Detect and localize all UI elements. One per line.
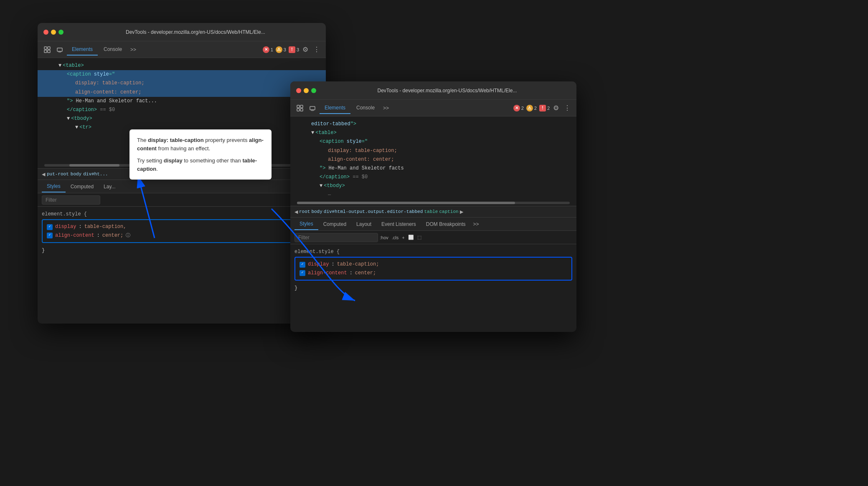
minimize-button-front[interactable] [304, 88, 309, 93]
breadcrumb-front: ◀ root body div#html-output.output.edito… [290, 206, 576, 218]
css-prop-value-align-back: center; [102, 231, 123, 240]
filter-input-back[interactable] [42, 195, 100, 205]
scrollbar-thumb-front[interactable] [297, 202, 515, 204]
maximize-button-front[interactable] [311, 88, 316, 93]
more-icon-front[interactable]: ⋮ [562, 102, 572, 114]
add-rule-button[interactable]: + [400, 234, 406, 241]
sub-tab-event-listeners[interactable]: Event Listeners [376, 219, 421, 230]
close-button-front[interactable] [296, 88, 301, 93]
breadcrumb-root[interactable]: root [299, 209, 310, 214]
html-line: display: table-caption; [38, 79, 326, 88]
svg-rect-1 [44, 50, 47, 53]
html-line-front: editor-tabbed"> [290, 120, 576, 129]
cls-button[interactable]: .cls [390, 234, 401, 241]
sub-tab-layout-front[interactable]: Layout [351, 219, 376, 230]
warn-icon-front: ⚠ [526, 105, 533, 111]
scrollbar-thumb-back[interactable] [69, 164, 119, 167]
info-icon-front: ! [539, 105, 546, 111]
error-icon-front: ✕ [513, 105, 520, 111]
sub-tab-styles-front[interactable]: Styles [294, 218, 318, 230]
settings-icon-front[interactable]: ⚙ [551, 102, 561, 114]
css-checkbox-display-front[interactable] [299, 262, 305, 268]
tooltip-line1: The display: table-caption property prev… [137, 136, 264, 152]
breadcrumb-forward-arrow-front[interactable]: ▶ [460, 209, 463, 215]
tab-more-front[interactable]: >> [381, 104, 391, 113]
html-line-front: </caption> == $0 [290, 173, 576, 182]
devtools-window-front: DevTools - developer.mozilla.org/en-US/d… [290, 81, 576, 332]
tab-elements-front[interactable]: Elements [320, 102, 350, 114]
html-line-front: — [290, 191, 576, 200]
device-icon-front[interactable] [307, 103, 318, 114]
sub-tab-computed-front[interactable]: Computed [318, 219, 351, 230]
tab-console-back[interactable]: Console [99, 44, 127, 56]
settings-icon-back[interactable]: ⚙ [301, 44, 310, 55]
breadcrumb-caption[interactable]: caption [439, 209, 458, 214]
breadcrumb-put-root[interactable]: put-root [47, 172, 69, 177]
tab-console-front[interactable]: Console [351, 102, 380, 114]
html-line-front: ▼<table> [290, 129, 576, 137]
tooltip-box: The display: table-caption property prev… [129, 129, 272, 180]
badge-group-front: ✕ 2 ⚠ 2 ! 2 [513, 105, 550, 111]
breadcrumb-body-front[interactable]: body [311, 209, 322, 214]
html-line-front: <caption style=" [290, 137, 576, 146]
css-rule-block-front: display : table-caption; align-content :… [294, 257, 572, 281]
tab-more-back[interactable]: >> [128, 45, 139, 54]
badge-error-back: ✕ 1 [263, 46, 273, 53]
breadcrumb-div-output[interactable]: div#html-output.output.editor-tabbed [324, 209, 423, 214]
html-line: align-content: center; [38, 88, 326, 97]
badge-warn-back: ⚠ 3 [276, 46, 286, 53]
css-prop-name-display-back: display [55, 223, 76, 231]
css-prop-value-display-back: table-caption, [84, 223, 127, 231]
breadcrumb-back-arrow-front[interactable]: ◀ [294, 209, 298, 215]
css-checkbox-align-front[interactable] [299, 270, 305, 276]
css-prop-display-front: display : table-caption; [299, 260, 567, 268]
window-title-front: DevTools - developer.mozilla.org/en-US/d… [324, 88, 571, 94]
toolbar-front: Elements Console >> ✕ 2 ⚠ 2 ! 2 ⚙ ⋮ [290, 100, 576, 116]
close-button[interactable] [43, 30, 48, 35]
sub-tab-dom-breakpoints[interactable]: DOM Breakpoints [421, 219, 471, 230]
more-icon-back[interactable]: ⋮ [312, 44, 322, 55]
badge-warn-front: ⚠ 2 [526, 105, 537, 111]
css-rule-block-back: display : table-caption, align-content :… [42, 219, 322, 243]
css-prop-value-display-front: table-caption; [337, 260, 379, 268]
inspect-icon-front[interactable] [294, 103, 305, 114]
badge-error-front: ✕ 2 [513, 105, 524, 111]
css-prop-name-align-back: align-content [55, 231, 94, 240]
svg-rect-10 [310, 106, 315, 110]
html-line-front: align-content: center; [290, 155, 576, 164]
toggle-view-button[interactable]: ⬜ [406, 234, 416, 241]
error-icon-back: ✕ [263, 46, 269, 53]
css-close-brace-front: } [294, 284, 572, 292]
breadcrumb-body[interactable]: body [71, 172, 81, 177]
css-close-brace-back: } [42, 246, 322, 255]
minimize-button[interactable] [51, 30, 56, 35]
css-checkbox-align-back[interactable] [47, 233, 53, 238]
warn-icon-back: ⚠ [276, 46, 282, 53]
maximize-button[interactable] [58, 30, 63, 35]
breadcrumb-div[interactable]: div#ht... [83, 172, 108, 177]
sub-tab-layout-back[interactable]: Lay... [99, 181, 120, 192]
css-checkbox-display-back[interactable] [47, 224, 53, 230]
scrollbar-track-front[interactable] [297, 202, 570, 204]
inspect-mode-button[interactable]: ⬚ [416, 234, 423, 241]
sub-tab-styles-back[interactable]: Styles [42, 181, 66, 192]
html-line-front: "> He-Man and Skeletor facts [290, 164, 576, 173]
svg-rect-2 [48, 47, 50, 49]
html-line-front: ▼<tbody> [290, 182, 576, 190]
svg-rect-7 [297, 109, 299, 111]
filter-bar-back [38, 193, 326, 207]
sub-tab-computed-back[interactable]: Computed [66, 181, 99, 192]
tab-bar-front: Elements Console >> [320, 102, 508, 114]
hov-button[interactable]: :hov [378, 234, 390, 241]
html-line: </caption> == $0 [38, 106, 326, 114]
breadcrumb-table[interactable]: table [424, 209, 438, 214]
filter-input-front[interactable] [294, 233, 378, 242]
tab-elements-back[interactable]: Elements [67, 44, 98, 56]
breadcrumb-back-arrow[interactable]: ◀ [42, 172, 45, 177]
device-icon[interactable] [54, 44, 65, 55]
sub-tab-more-front[interactable]: >> [471, 220, 482, 229]
svg-rect-4 [57, 48, 62, 51]
inspect-icon[interactable] [42, 44, 53, 55]
traffic-lights-front [296, 88, 316, 93]
css-panel-back: element.style { display : table-caption,… [38, 207, 326, 258]
